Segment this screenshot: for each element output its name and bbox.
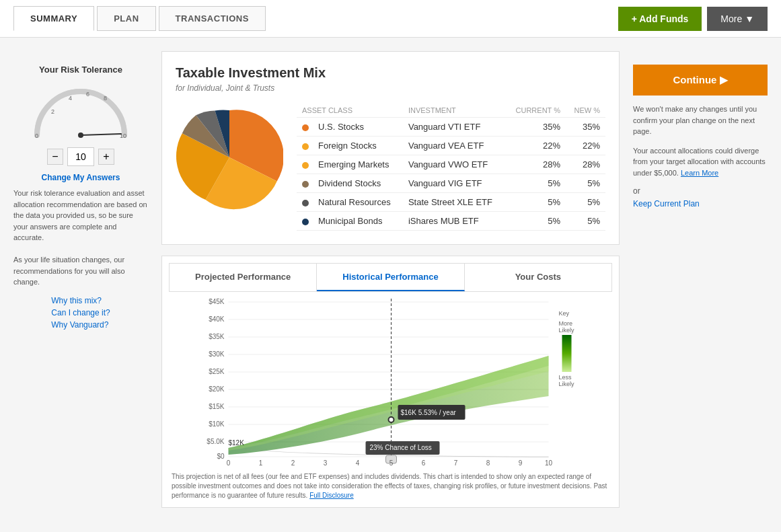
new-pct-cell: 35% <box>566 118 605 137</box>
risk-input-row: − + <box>47 147 114 166</box>
right-note-1: We won't make any changes until you conf… <box>633 104 768 137</box>
svg-text:$12K: $12K <box>229 439 245 447</box>
svg-text:7: 7 <box>454 459 458 467</box>
asset-class-cell: Foreign Stocks <box>313 137 403 155</box>
svg-point-32 <box>389 417 394 422</box>
svg-point-7 <box>78 132 83 138</box>
svg-text:9: 9 <box>519 459 523 467</box>
investment-section: ASSET CLASS INVESTMENT CURRENT % NEW % U… <box>176 104 605 231</box>
nav-tabs: SUMMARY PLAN TRANSACTIONS <box>13 6 266 31</box>
asset-class-cell: U.S. Stocks <box>313 118 403 137</box>
investment-cell: Vanguard VEA ETF <box>403 137 506 155</box>
col-investment: INVESTMENT <box>403 104 506 118</box>
svg-text:4: 4 <box>356 459 360 467</box>
right-sidebar: Continue ▶ We won't make any changes unt… <box>633 51 768 508</box>
asset-dot <box>302 200 309 206</box>
investment-cell: Vanguard VIG ETF <box>403 174 506 193</box>
performance-card: Projected Performance Historical Perform… <box>161 256 620 508</box>
new-pct-cell: 28% <box>566 155 605 174</box>
row-dot-cell <box>297 193 313 212</box>
new-pct-cell: 5% <box>566 212 605 231</box>
investment-cell: Vanguard VTI ETF <box>403 118 506 137</box>
table-row: Foreign Stocks Vanguard VEA ETF 22% 22% <box>297 137 605 155</box>
svg-text:3: 3 <box>324 459 328 467</box>
right-note-2: Your account allocations could diverge f… <box>633 145 768 179</box>
current-pct-cell: 22% <box>506 137 566 155</box>
svg-text:2: 2 <box>291 459 295 467</box>
chart-wrapper: $45K $40K $35K $30K $25K $20K $15K $10K … <box>169 292 612 467</box>
risk-value-input[interactable] <box>67 147 94 166</box>
tab-plan[interactable]: PLAN <box>97 6 155 31</box>
svg-text:1: 1 <box>259 459 263 467</box>
why-links: Why this mix? Can I change it? Why Vangu… <box>51 296 110 330</box>
new-pct-cell: 5% <box>566 193 605 212</box>
current-pct-cell: 28% <box>506 155 566 174</box>
row-dot-cell <box>297 212 313 231</box>
row-dot-cell <box>297 155 313 174</box>
full-disclosure-link[interactable]: Full Disclosure <box>309 492 354 499</box>
tab-projected[interactable]: Projected Performance <box>170 264 317 291</box>
performance-chart: $45K $40K $35K $30K $25K $20K $15K $10K … <box>169 292 612 467</box>
or-text: or <box>633 186 768 196</box>
tab-summary[interactable]: SUMMARY <box>13 6 94 31</box>
pie-chart <box>176 104 283 211</box>
pie-container <box>176 104 283 213</box>
asset-dot <box>302 219 309 225</box>
svg-text:Likely: Likely <box>559 381 575 387</box>
svg-rect-50 <box>562 335 572 372</box>
investment-mix-card: Taxable Investment Mix for Individual, J… <box>161 51 620 245</box>
svg-text:6: 6 <box>422 459 426 467</box>
svg-text:$0: $0 <box>217 453 225 460</box>
col-current: CURRENT % <box>506 104 566 118</box>
tab-historical[interactable]: Historical Performance <box>317 264 464 291</box>
more-button[interactable]: More ▼ <box>707 7 768 31</box>
top-navigation: SUMMARY PLAN TRANSACTIONS + Add Funds Mo… <box>0 0 781 38</box>
svg-text:0: 0 <box>35 132 38 139</box>
svg-text:$25K: $25K <box>209 368 225 375</box>
risk-tolerance-title: Your Risk Tolerance <box>39 65 122 75</box>
why-vanguard-link[interactable]: Why Vanguard? <box>51 320 110 330</box>
risk-decrease-button[interactable]: − <box>47 149 63 165</box>
svg-text:6: 6 <box>86 91 89 98</box>
learn-more-link[interactable]: Learn More <box>681 169 718 177</box>
asset-class-cell: Municipal Bonds <box>313 212 403 231</box>
svg-text:Key: Key <box>559 310 570 317</box>
svg-text:Less: Less <box>559 374 572 381</box>
why-this-mix-link[interactable]: Why this mix? <box>51 296 110 305</box>
svg-text:$16K  5.53% / year: $16K 5.53% / year <box>401 409 457 416</box>
investment-cell: iShares MUB ETF <box>403 212 506 231</box>
nav-actions: + Add Funds More ▼ <box>618 7 768 31</box>
svg-text:2: 2 <box>51 108 54 115</box>
svg-text:0: 0 <box>227 459 231 467</box>
sidebar-description: Your risk tolerance evaluation and asset… <box>13 188 148 288</box>
table-row: Municipal Bonds iShares MUB ETF 5% 5% <box>297 212 605 231</box>
investment-cell: State Street XLE ETF <box>403 193 506 212</box>
svg-text:8: 8 <box>104 95 107 102</box>
svg-text:$5.0K: $5.0K <box>207 438 224 445</box>
risk-increase-button[interactable]: + <box>98 149 114 165</box>
row-dot-cell <box>297 118 313 137</box>
current-pct-cell: 5% <box>506 212 566 231</box>
svg-line-6 <box>81 134 121 135</box>
svg-text:$15K: $15K <box>209 403 225 410</box>
main-layout: Your Risk Tolerance 0 2 4 6 8 10 − <box>0 38 781 521</box>
continue-button[interactable]: Continue ▶ <box>633 65 768 96</box>
table-row: Natural Resources State Street XLE ETF 5… <box>297 193 605 212</box>
current-pct-cell: 5% <box>506 174 566 193</box>
tab-transactions[interactable]: TRANSACTIONS <box>159 6 266 31</box>
new-pct-cell: 22% <box>566 137 605 155</box>
svg-text:$40K: $40K <box>209 315 225 323</box>
can-i-change-link[interactable]: Can I change it? <box>51 308 110 317</box>
table-row: U.S. Stocks Vanguard VTI ETF 35% 35% <box>297 118 605 137</box>
change-answers-link[interactable]: Change My Answers <box>42 173 120 182</box>
svg-text:$10K: $10K <box>209 420 225 428</box>
current-pct-cell: 5% <box>506 193 566 212</box>
add-funds-button[interactable]: + Add Funds <box>618 7 702 31</box>
chart-footnote: This projection is net of all fees (our … <box>169 472 612 500</box>
tab-costs[interactable]: Your Costs <box>465 264 611 291</box>
new-pct-cell: 5% <box>566 174 605 193</box>
svg-text:10: 10 <box>545 459 553 467</box>
asset-dot <box>302 124 309 131</box>
keep-current-plan-link[interactable]: Keep Current Plan <box>633 199 700 208</box>
svg-text:$35K: $35K <box>209 333 225 340</box>
